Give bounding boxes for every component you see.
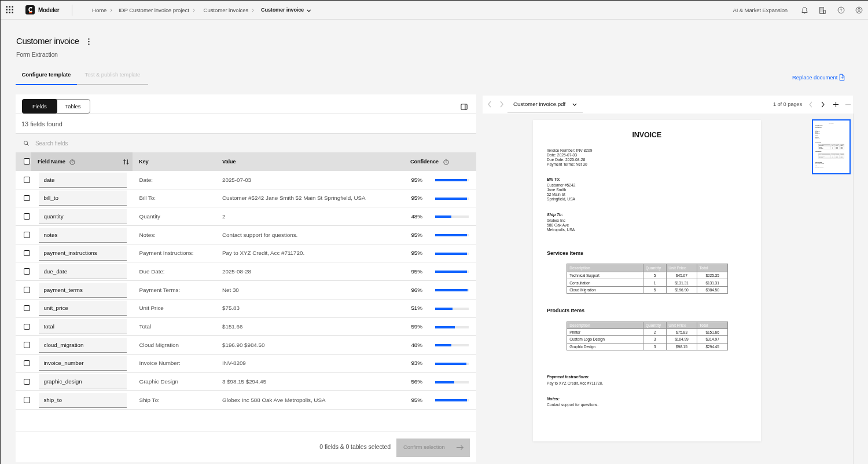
svg-text:?: ? bbox=[840, 8, 842, 13]
svg-text:?: ? bbox=[445, 160, 447, 164]
svg-text:?: ? bbox=[71, 160, 73, 164]
